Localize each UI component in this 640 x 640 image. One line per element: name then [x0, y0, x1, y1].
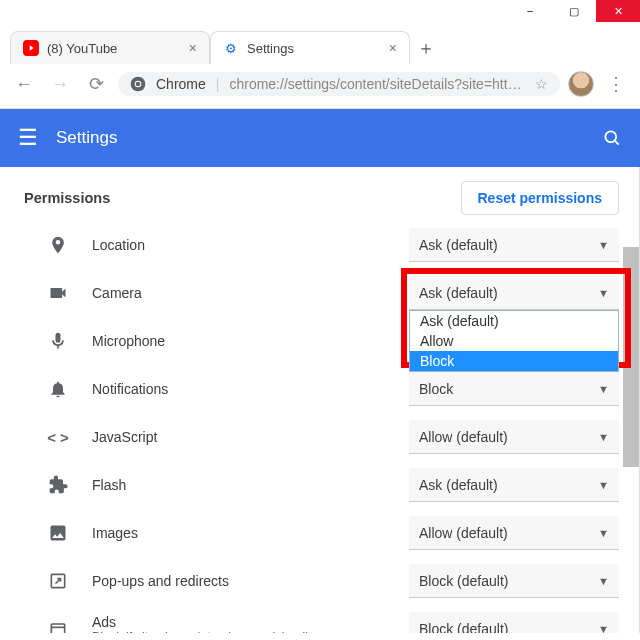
window-minimize-button[interactable]: − — [508, 0, 552, 22]
perm-label: Ads Block if site shows intrusive or mis… — [92, 614, 409, 633]
star-icon[interactable]: ☆ — [535, 76, 548, 92]
reload-button[interactable]: ⟳ — [82, 70, 110, 98]
perm-row-location: Location Ask (default)▼ — [24, 221, 619, 269]
chevron-down-icon: ▼ — [598, 239, 609, 251]
svg-point-4 — [605, 131, 616, 142]
perm-row-flash: Flash Ask (default)▼ — [24, 461, 619, 509]
perm-row-popups: Pop-ups and redirects Block (default)▼ — [24, 557, 619, 605]
perm-select-images[interactable]: Allow (default)▼ — [409, 516, 619, 550]
perm-select-flash[interactable]: Ask (default)▼ — [409, 468, 619, 502]
address-scheme: Chrome — [156, 76, 206, 92]
chevron-down-icon: ▼ — [598, 287, 609, 299]
camera-icon — [46, 283, 70, 303]
popup-icon — [46, 571, 70, 591]
youtube-icon — [23, 40, 39, 56]
gear-icon: ⚙ — [223, 40, 239, 56]
chevron-down-icon: ▼ — [598, 383, 609, 395]
perm-select-notifications[interactable]: Block▼ — [409, 372, 619, 406]
section-title: Permissions — [24, 190, 110, 206]
chrome-icon — [130, 76, 146, 92]
image-icon — [46, 523, 70, 543]
perm-label: Camera — [92, 285, 232, 301]
reset-permissions-button[interactable]: Reset permissions — [461, 181, 620, 215]
settings-content-area: Permissions Reset permissions Location A… — [0, 167, 640, 633]
dropdown-option-allow[interactable]: Allow — [410, 331, 618, 351]
search-icon[interactable] — [602, 128, 622, 148]
address-bar[interactable]: Chrome | chrome://settings/content/siteD… — [118, 72, 560, 96]
browser-tab-strip: (8) YouTube × ⚙ Settings × ＋ — [0, 24, 640, 64]
svg-rect-7 — [51, 624, 64, 633]
perm-row-javascript: < > JavaScript Allow (default)▼ — [24, 413, 619, 461]
address-url: chrome://settings/content/siteDetails?si… — [229, 76, 525, 92]
perm-label: JavaScript — [92, 429, 232, 445]
code-icon: < > — [46, 429, 70, 446]
overflow-menu-button[interactable]: ⋮ — [602, 70, 630, 98]
tab-settings[interactable]: ⚙ Settings × — [210, 31, 410, 64]
perm-label: Images — [92, 525, 232, 541]
tab-youtube[interactable]: (8) YouTube × — [10, 31, 210, 64]
location-icon — [46, 235, 70, 255]
new-tab-button[interactable]: ＋ — [410, 32, 442, 64]
chevron-down-icon: ▼ — [598, 623, 609, 634]
hamburger-icon[interactable]: ☰ — [18, 125, 38, 151]
svg-line-5 — [615, 141, 619, 145]
perm-label: Location — [92, 237, 232, 253]
puzzle-icon — [46, 475, 70, 495]
window-maximize-button[interactable]: ▢ — [552, 0, 596, 22]
perm-label: Notifications — [92, 381, 232, 397]
dropdown-option-ask[interactable]: Ask (default) — [410, 311, 618, 331]
perm-select-ads[interactable]: Block (default)▼ — [409, 612, 619, 633]
scroll-pane[interactable]: Permissions Reset permissions Location A… — [0, 167, 639, 633]
window-close-button[interactable]: ✕ — [596, 0, 640, 22]
perm-select-popups[interactable]: Block (default)▼ — [409, 564, 619, 598]
bell-icon — [46, 379, 70, 399]
chevron-down-icon: ▼ — [598, 527, 609, 539]
perm-select-javascript[interactable]: Allow (default)▼ — [409, 420, 619, 454]
perm-row-camera: Camera Ask (default)▼ Ask (default) Allo… — [24, 269, 619, 317]
camera-dropdown: Ask (default) Allow Block — [409, 310, 619, 372]
app-title: Settings — [56, 128, 117, 148]
tab-title: Settings — [247, 41, 294, 56]
perm-select-camera[interactable]: Ask (default)▼ Ask (default) Allow Block — [409, 276, 619, 310]
ads-icon — [46, 619, 70, 633]
perm-row-ads: Ads Block if site shows intrusive or mis… — [24, 605, 619, 633]
perm-row-images: Images Allow (default)▼ — [24, 509, 619, 557]
svg-point-3 — [136, 82, 141, 87]
perm-row-notifications: Notifications Block▼ — [24, 365, 619, 413]
tab-title: (8) YouTube — [47, 41, 117, 56]
microphone-icon — [46, 331, 70, 351]
tab-close-icon[interactable]: × — [389, 40, 397, 56]
dropdown-option-block[interactable]: Block — [410, 351, 618, 371]
tab-close-icon[interactable]: × — [189, 40, 197, 56]
chevron-down-icon: ▼ — [598, 575, 609, 587]
chevron-down-icon: ▼ — [598, 431, 609, 443]
forward-button[interactable]: → — [46, 70, 74, 98]
back-button[interactable]: ← — [10, 70, 38, 98]
profile-avatar[interactable] — [568, 71, 594, 97]
perm-label: Flash — [92, 477, 232, 493]
scrollbar-thumb[interactable] — [623, 247, 639, 467]
perm-label: Microphone — [92, 333, 232, 349]
chevron-down-icon: ▼ — [598, 479, 609, 491]
perm-select-location[interactable]: Ask (default)▼ — [409, 228, 619, 262]
settings-app-bar: ☰ Settings — [0, 109, 640, 167]
perm-label: Pop-ups and redirects — [92, 573, 262, 589]
browser-toolbar: ← → ⟳ Chrome | chrome://settings/content… — [0, 64, 640, 109]
